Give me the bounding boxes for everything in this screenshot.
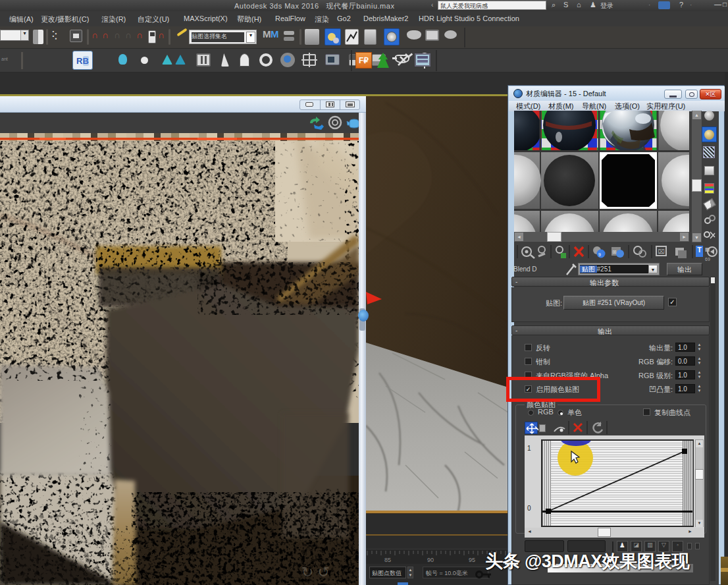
svg-text:85: 85 — [384, 557, 391, 563]
svg-text:9: 9 — [598, 252, 601, 257]
svg-text:90: 90 — [427, 557, 434, 563]
svg-text:↻ ↺: ↻ ↺ — [301, 564, 330, 580]
svg-text:⊞: ⊞ — [612, 249, 617, 255]
svg-text:95: 95 — [469, 557, 475, 563]
